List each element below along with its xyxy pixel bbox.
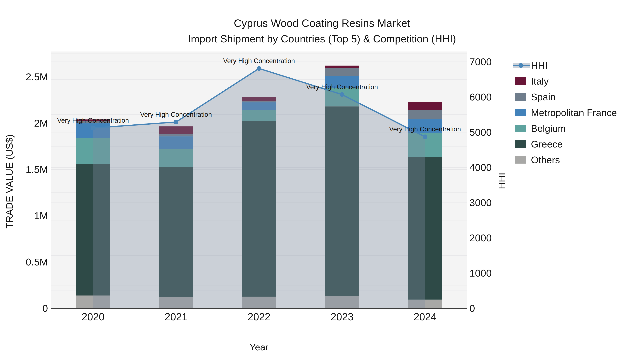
legend-swatch-spain (515, 93, 526, 101)
legend-item-italy: Italy (514, 73, 617, 89)
y-left-tick-label: 1M (34, 210, 48, 221)
bar-segment-spain-2023 (326, 68, 359, 76)
chart-canvas: 00.5M1M1.5M2M2.5M01000200030004000500060… (0, 0, 644, 362)
annotation-label: Very High Concentration (223, 57, 295, 64)
legend-swatch-belgium (515, 125, 526, 132)
y-axis-title-left: TRADE VALUE (US$) (4, 134, 15, 228)
y-right-tick-label: 3000 (470, 197, 492, 208)
y-left-tick-label: 0 (42, 303, 48, 314)
x-tick-label: 2020 (82, 311, 104, 323)
figure: { "title": { "line1": "Cyprus Wood Coati… (0, 0, 644, 362)
legend-item-metropolitan-france: Metropolitan France (514, 105, 617, 120)
legend: HHI Italy Spain Metropolitan France Belg… (514, 57, 617, 168)
legend-label-greece: Greece (531, 139, 562, 150)
y-right-tick-label: 7000 (470, 56, 492, 67)
hhi-marker-2024 (423, 134, 427, 139)
x-axis-title: Year (250, 342, 268, 353)
y-right-tick-label: 4000 (470, 162, 492, 173)
x-tick-label: 2023 (330, 311, 354, 323)
legend-item-greece: Greece (514, 136, 617, 152)
legend-item-belgium: Belgium (514, 120, 617, 136)
y-left-tick-label: 2M (34, 117, 48, 129)
bar-segment-italy-2023 (326, 66, 359, 68)
y-axis-title-right: HHI (496, 173, 508, 189)
y-right-tick-label: 5000 (470, 127, 492, 138)
hhi-legend-marker-icon (518, 63, 523, 68)
hhi-marker-2022 (257, 66, 261, 71)
legend-swatch-others (515, 156, 526, 164)
y-right-tick-label: 6000 (470, 91, 492, 103)
bar-segment-italy-2024 (408, 102, 442, 110)
legend-label-metropolitan-france: Metropolitan France (531, 107, 617, 118)
hhi-marker-2023 (340, 92, 344, 97)
annotation-label: Very High Concentration (306, 83, 378, 91)
legend-swatch-metropolitan-france (515, 109, 526, 116)
legend-label-belgium: Belgium (531, 123, 566, 134)
y-right-tick-label: 2000 (470, 232, 492, 244)
bar-segment-spain-2024 (408, 110, 442, 119)
legend-label-others: Others (531, 154, 560, 165)
hhi-legend-sample (514, 60, 530, 71)
legend-item-spain: Spain (514, 89, 617, 105)
y-right-tick-label: 1000 (470, 267, 492, 279)
y-left-tick-label: 1.5M (26, 164, 48, 175)
hhi-marker-2020 (91, 126, 95, 130)
annotation-label: Very High Concentration (140, 111, 212, 118)
legend-item-hhi: HHI (514, 57, 617, 73)
legend-label-hhi: HHI (531, 60, 548, 71)
y-left-tick-label: 2.5M (26, 71, 48, 82)
annotation-label: Very High Concentration (57, 117, 129, 124)
annotation-label: Very High Concentration (389, 125, 461, 133)
chart-title-line2: Import Shipment by Countries (Top 5) & C… (0, 33, 644, 44)
legend-swatch-greece (515, 140, 526, 148)
y-right-tick-label: 0 (470, 303, 475, 314)
chart-title-line1: Cyprus Wood Coating Resins Market (0, 18, 644, 29)
hhi-marker-2021 (174, 120, 178, 124)
y-left-tick-label: 0.5M (26, 256, 48, 268)
legend-label-italy: Italy (531, 76, 549, 87)
x-tick-label: 2022 (248, 311, 270, 323)
legend-swatch-italy (515, 77, 526, 85)
x-tick-label: 2021 (164, 311, 188, 323)
legend-item-others: Others (514, 152, 617, 168)
legend-label-spain: Spain (531, 91, 556, 102)
x-tick-label: 2024 (414, 311, 436, 323)
